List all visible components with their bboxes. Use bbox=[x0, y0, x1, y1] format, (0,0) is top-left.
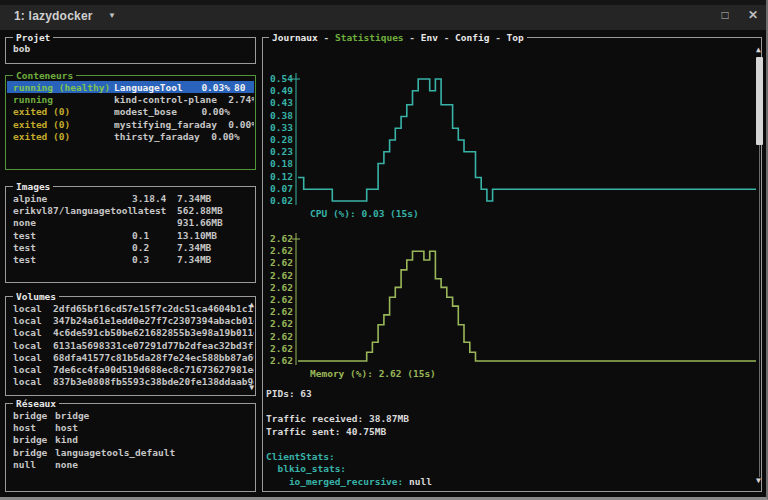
tab-env[interactable]: Env bbox=[421, 32, 438, 43]
main-scroll-up-icon[interactable]: ▲ bbox=[756, 46, 761, 54]
terminal-window: 1: lazydocker ▼ □ ✕ Projet bob Conteneur… bbox=[0, 0, 768, 500]
stats-line-text: Traffic sent: 40.75MB bbox=[266, 426, 386, 437]
chevron-down-icon[interactable]: ▼ bbox=[108, 11, 116, 20]
stats-line: PIDs: 63 bbox=[266, 388, 432, 401]
panel-images-title: Images bbox=[13, 181, 53, 192]
volume-driver: local bbox=[13, 315, 53, 326]
volume-driver: local bbox=[13, 364, 53, 375]
volume-name: 837b3e0808fb5593c38bde20fe138ddaab9ddb6 bbox=[53, 376, 254, 387]
container-name: kind-control-plane bbox=[114, 94, 217, 105]
volume-row[interactable]: local4c6de591cb50be621682855b3e98a19b011… bbox=[7, 327, 254, 339]
volumes-scroll-down-icon[interactable]: ▼ bbox=[249, 384, 254, 392]
stats-line: blkio_stats: bbox=[266, 463, 432, 476]
stats-line-text: blkio_stats: bbox=[266, 463, 346, 474]
main-tabs: Journaux - Statistiques - Env - Config -… bbox=[269, 32, 527, 43]
volume-row[interactable]: local2dfd65bf16cd57e15f7c2dc51ca4604b1c1… bbox=[7, 302, 254, 314]
image-tag: 0.2 bbox=[132, 242, 177, 253]
network-row[interactable]: bridgelanguagetools_default bbox=[7, 446, 254, 458]
network-row[interactable]: hosthost bbox=[7, 421, 254, 433]
volume-driver: local bbox=[13, 376, 53, 387]
memory-chart-svg: 2.622.622.622.622.622.622.622.622.622.62… bbox=[262, 230, 762, 386]
stats-line-text bbox=[266, 401, 272, 412]
tab-separator: - bbox=[489, 32, 506, 43]
svg-text:0.38: 0.38 bbox=[270, 110, 293, 121]
network-row[interactable]: nullnone bbox=[7, 458, 254, 470]
image-tag: 0.1 bbox=[132, 230, 177, 241]
volume-row[interactable]: local68dfa41577c81b5da28f7e24ec588bb87a6… bbox=[7, 351, 254, 363]
close-button[interactable]: ✕ bbox=[742, 6, 764, 24]
container-row[interactable]: exited (0)thirsty_faraday0.00% bbox=[7, 130, 254, 142]
image-row[interactable]: test0.113.10MB bbox=[7, 229, 254, 241]
panel-containers-title: Conteneurs bbox=[13, 70, 76, 81]
tab-config[interactable]: Config bbox=[455, 32, 489, 43]
container-status: exited (0) bbox=[13, 106, 114, 117]
container-row[interactable]: exited (0)modest_bose0.00% bbox=[7, 106, 254, 118]
image-row[interactable]: test0.27.34MB bbox=[7, 241, 254, 253]
svg-text:0.02: 0.02 bbox=[270, 195, 293, 206]
volume-name: 6131a5698331ce07291d77b2dfeac32bd3f7b8c bbox=[53, 340, 254, 351]
tab-journaux[interactable]: Journaux bbox=[272, 32, 318, 43]
container-cpu: 0.00% bbox=[217, 119, 254, 130]
volume-name: 347b24a61e1edd0e27f7c2307394abacb01e4bd bbox=[53, 315, 254, 326]
container-status: exited (0) bbox=[13, 131, 114, 142]
svg-text:0.43: 0.43 bbox=[270, 97, 293, 108]
svg-text:2.62: 2.62 bbox=[270, 294, 293, 305]
image-size: 7.34MB bbox=[177, 242, 254, 253]
panel-networks: Réseaux bridgebridgehosthostbridgekindbr… bbox=[5, 403, 256, 492]
stats-line: Traffic received: 38.87MB bbox=[266, 413, 432, 426]
panel-images: Images alpine3.18.47.34MBerikvl87/langua… bbox=[5, 186, 256, 283]
image-size: 13.10MB bbox=[177, 230, 254, 241]
image-name: alpine bbox=[13, 193, 132, 204]
network-row[interactable]: bridgekind bbox=[7, 434, 254, 446]
svg-text:2.62: 2.62 bbox=[270, 355, 293, 366]
tab-separator: - bbox=[404, 32, 421, 43]
stats-line-text: ClientStats: bbox=[266, 451, 335, 462]
volume-row[interactable]: local347b24a61e1edd0e27f7c2307394abacb01… bbox=[7, 314, 254, 326]
project-row[interactable]: bob bbox=[7, 42, 254, 54]
image-row[interactable]: erikvl87/languagetoollatest562.88MB bbox=[7, 204, 254, 216]
image-tag: 0.3 bbox=[132, 254, 177, 265]
volume-driver: local bbox=[13, 303, 53, 314]
volume-row[interactable]: local6131a5698331ce07291d77b2dfeac32bd3f… bbox=[7, 339, 254, 351]
main-scroll-down-icon[interactable]: ▼ bbox=[756, 477, 761, 485]
volume-row[interactable]: local837b3e0808fb5593c38bde20fe138ddaab9… bbox=[7, 376, 254, 388]
image-row[interactable]: test0.37.34MB bbox=[7, 253, 254, 265]
image-size: 7.34MB bbox=[177, 254, 254, 265]
maximize-button[interactable]: □ bbox=[714, 6, 736, 24]
svg-text:2.62: 2.62 bbox=[270, 306, 293, 317]
container-name: LanguageTool bbox=[114, 82, 190, 93]
panel-volumes: Volumes local2dfd65bf16cd57e15f7c2dc51ca… bbox=[5, 296, 256, 396]
tab-statistiques[interactable]: Statistiques bbox=[335, 32, 404, 43]
container-name: mystifying_faraday bbox=[114, 119, 217, 130]
svg-text:0.49: 0.49 bbox=[270, 85, 293, 96]
container-row[interactable]: exited (0)mystifying_faraday0.00% bbox=[7, 118, 254, 130]
window-tab-title[interactable]: 1: lazydocker bbox=[14, 9, 93, 23]
svg-text:2.62: 2.62 bbox=[270, 318, 293, 329]
volume-name: 4c6de591cb50be621682855b3e98a19b011ecc1 bbox=[53, 327, 254, 338]
container-cpu: 2.74% bbox=[217, 94, 254, 105]
tab-top[interactable]: Top bbox=[507, 32, 524, 43]
main-scrollbar-thumb[interactable] bbox=[756, 57, 763, 145]
volume-row[interactable]: local7de6cc4fa90d519d688ec8c71673627981e… bbox=[7, 363, 254, 375]
container-row[interactable]: running (healthy)LanguageTool0.03%80 bbox=[7, 81, 254, 93]
panel-volumes-title: Volumes bbox=[13, 291, 59, 302]
image-row[interactable]: alpine3.18.47.34MB bbox=[7, 192, 254, 204]
network-name: languagetools_default bbox=[55, 447, 254, 458]
image-row[interactable]: none931.66MB bbox=[7, 217, 254, 229]
svg-text:0.18: 0.18 bbox=[270, 158, 293, 169]
panel-project: Projet bob bbox=[5, 37, 256, 64]
stats-text: PIDs: 63 Traffic received: 38.87MBTraffi… bbox=[266, 388, 432, 488]
network-row[interactable]: bridgebridge bbox=[7, 409, 254, 421]
volumes-scroll-up-icon[interactable]: ▲ bbox=[249, 301, 254, 309]
volumes-list: local2dfd65bf16cd57e15f7c2dc51ca4604b1c1… bbox=[7, 302, 254, 388]
network-driver: bridge bbox=[13, 410, 55, 421]
volume-driver: local bbox=[13, 340, 53, 351]
svg-text:2.62: 2.62 bbox=[270, 282, 293, 293]
svg-text:2.62: 2.62 bbox=[270, 343, 293, 354]
container-row[interactable]: runningkind-control-plane2.74%12 bbox=[7, 93, 254, 105]
svg-text:2.62: 2.62 bbox=[270, 257, 293, 268]
svg-text:0.07: 0.07 bbox=[270, 183, 293, 194]
network-driver: null bbox=[13, 459, 55, 470]
volume-name: 2dfd65bf16cd57e15f7c2dc51ca4604b1c1c699 bbox=[53, 303, 254, 314]
stats-line-value: null bbox=[403, 476, 432, 487]
